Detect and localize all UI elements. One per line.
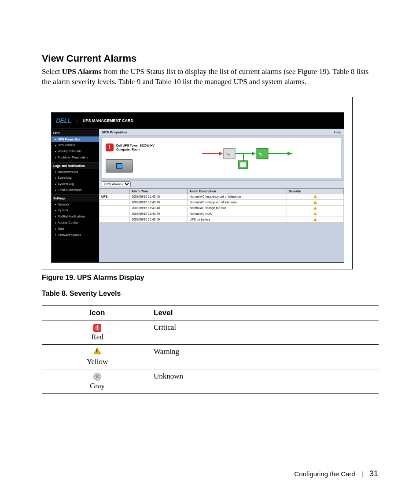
svg-marker-9 <box>287 152 293 155</box>
sidebar-item-measurements[interactable]: ▸Measurements <box>52 169 99 175</box>
warning-icon <box>313 212 317 215</box>
warning-icon <box>313 201 317 204</box>
icon-color-label: Yellow <box>43 357 152 366</box>
table-row: 2009/09/15 15:43:48Normal AC voltage out… <box>99 199 344 205</box>
critical-status-icon: ! <box>106 143 114 151</box>
svg-text:∿: ∿ <box>258 151 263 157</box>
panel-title-bar: UPS Properties Help <box>99 129 344 136</box>
chevron-right-icon: ▸ <box>55 233 56 236</box>
device-location: Computer Room <box>116 147 155 151</box>
warning-icon <box>313 195 317 198</box>
sidebar-item-firmware-upload[interactable]: ▸Firmware Upload <box>52 232 99 238</box>
sidebar-item-system[interactable]: ▸System <box>52 207 99 213</box>
alarm-time: 2009/09/15 15:43:49 <box>130 217 188 222</box>
table-row: UPS2009/09/15 15:43:48Normal AC frequenc… <box>99 194 344 199</box>
sidebar-item-event-log[interactable]: ▸Event Log <box>52 175 99 181</box>
divider: | <box>77 118 78 123</box>
intro-paragraph: Select UPS Alarms from the UPS Status li… <box>42 67 378 87</box>
table-row: 2009/09/15 15:43:49Normal AC NOK <box>99 211 344 217</box>
device-name: Dell UPS Tower 1920W HV <box>116 143 155 147</box>
help-link[interactable]: Help <box>334 130 341 134</box>
col-icon: Icon <box>42 305 153 320</box>
sidebar-item-weekly-schedule[interactable]: ▸Weekly Schedule <box>52 148 99 155</box>
alarm-description: Normal AC NOK <box>188 211 287 217</box>
alarm-time: 2009/09/15 15:43:49 <box>130 211 188 217</box>
table-row: 2009/09/15 15:43:48Normal AC voltage too… <box>99 205 344 211</box>
sidebar-group-logs: Logs and Notification <box>52 163 99 169</box>
sidebar-item-email-notification[interactable]: ▸Email Notification <box>52 187 99 193</box>
ups-device-image <box>106 159 133 173</box>
svg-rect-12 <box>240 162 246 167</box>
sidebar-item-notified-applications[interactable]: ▸Notified Applications <box>52 213 99 220</box>
sidebar-item-ups-control[interactable]: ▸UPS Control <box>52 142 99 148</box>
sidebar-item-ups-properties[interactable]: ▸UPS Properties <box>52 136 99 143</box>
alarm-time: 2009/09/15 15:43:48 <box>130 199 188 205</box>
sidebar-item-time[interactable]: ▸Time <box>52 226 99 232</box>
level-value: Unknown <box>153 369 379 393</box>
app-title: UPS MANAGEMENT CARD <box>83 118 133 123</box>
page-number: 31 <box>369 469 378 478</box>
col-alarm-time: Alarm Time <box>130 188 188 194</box>
dell-logo: DELL <box>56 117 71 124</box>
sidebar: UPS ▸UPS Properties ▸UPS Control ▸Weekly… <box>52 129 99 262</box>
chevron-right-icon: ▸ <box>55 215 56 218</box>
chevron-right-icon: ▸ <box>55 221 56 224</box>
chevron-right-icon: ▸ <box>55 150 56 153</box>
critical-icon: ! <box>93 324 101 332</box>
alarm-description: Normal AC voltage out of tolerance <box>188 199 287 205</box>
chevron-right-icon: ▸ <box>55 137 56 141</box>
sidebar-item-network[interactable]: ▸Network <box>52 202 99 208</box>
svg-marker-5 <box>252 152 256 155</box>
warning-icon <box>313 218 317 221</box>
chevron-right-icon: ▸ <box>55 143 56 147</box>
figure-caption: Figure 19. UPS Alarms Display <box>42 274 378 282</box>
chevron-right-icon: ▸ <box>55 202 56 206</box>
alarm-description: Normal AC frequency out of tolerance <box>188 194 287 199</box>
chevron-right-icon: ▸ <box>55 176 56 180</box>
icon-color-label: Gray <box>43 382 152 390</box>
sidebar-item-access-control[interactable]: ▸Access Control <box>52 220 99 226</box>
alarm-description: UPS on battery <box>188 217 287 222</box>
severity-table: Icon Level !Red Critical Yellow Warning … <box>42 305 379 394</box>
chevron-right-icon: ▸ <box>55 188 56 192</box>
chevron-right-icon: ▸ <box>55 227 56 231</box>
sidebar-item-system-log[interactable]: ▸System Log <box>52 181 99 187</box>
sidebar-group-settings: Settings <box>52 195 99 202</box>
table-row: 2009/09/15 15:43:49UPS on battery <box>99 217 344 222</box>
warning-icon <box>313 206 317 210</box>
warning-icon <box>93 347 101 354</box>
footer-section: Configuring the Card <box>294 470 355 478</box>
power-flow-diagram: ∿ ∿ <box>158 145 337 171</box>
panel-title: UPS Properties <box>102 130 127 134</box>
ups-management-app: DELL | UPS MANAGEMENT CARD UPS ▸UPS Prop… <box>51 112 344 263</box>
alarm-table: Alarm Time Alarm Description Severity UP… <box>99 188 344 223</box>
view-dropdown[interactable]: UPS Alarms <box>102 181 131 187</box>
col-level: Level <box>153 305 379 320</box>
chevron-right-icon: ▸ <box>55 209 56 212</box>
col-alarm-description: Alarm Description <box>188 188 287 194</box>
chevron-right-icon: ▸ <box>55 156 56 159</box>
alarm-time: 2009/09/15 15:43:48 <box>130 205 188 211</box>
page-footer: Configuring the Card | 31 <box>294 469 378 478</box>
app-header: DELL | UPS MANAGEMENT CARD <box>52 113 344 129</box>
level-value: Critical <box>153 320 379 344</box>
chevron-right-icon: ▸ <box>55 170 56 173</box>
view-selector-row: UPS Alarms <box>99 180 344 188</box>
unknown-icon: ✕ <box>93 373 101 381</box>
svg-marker-1 <box>219 152 223 155</box>
table-row: Yellow Warning <box>42 344 379 369</box>
icon-color-label: Red <box>43 333 152 342</box>
section-heading: View Current Alarms <box>42 53 378 64</box>
svg-text:∿: ∿ <box>226 151 230 157</box>
main-panel: UPS Properties Help ! Dell UPS Tower 192… <box>99 129 344 262</box>
device-info-panel: ! Dell UPS Tower 1920W HV Computer Room <box>102 138 341 178</box>
sidebar-item-shutdown-parameters[interactable]: ▸Shutdown Parameters <box>52 155 99 161</box>
table-caption: Table 8. Severity Levels <box>42 290 378 298</box>
chevron-right-icon: ▸ <box>55 182 56 186</box>
table-row: ✕Gray Unknown <box>42 369 379 393</box>
sidebar-group-ups: UPS <box>52 130 99 136</box>
text: Select <box>42 67 62 76</box>
col-severity: Severity <box>287 188 344 194</box>
alarm-description: Normal AC voltage too low <box>188 205 287 211</box>
table-row: !Red Critical <box>42 320 379 344</box>
